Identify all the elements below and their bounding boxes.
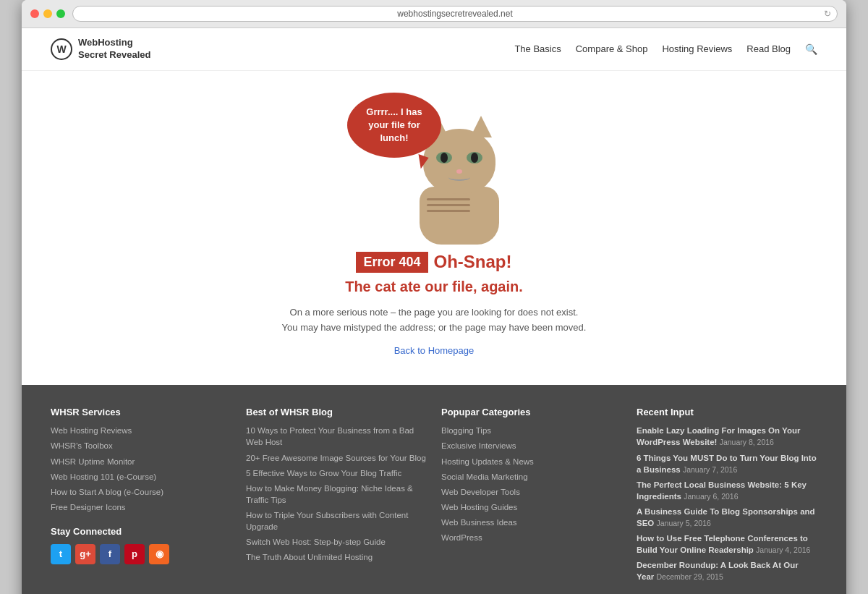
browser-chrome: webhostingsecretrevealed.net ↻ <box>22 0 846 28</box>
cat-container: Grrrr.... I has your file for lunch! <box>362 85 506 245</box>
facebook-icon[interactable]: f <box>100 544 120 564</box>
error-heading: Error 404 Oh-Snap! <box>356 252 511 273</box>
site-logo[interactable]: W WebHosting Secret Revealed <box>51 37 150 61</box>
logo-text: WebHosting Secret Revealed <box>78 37 150 61</box>
cat-eye-right <box>467 152 482 164</box>
cat-mouth <box>448 174 470 181</box>
cat-torso <box>420 187 499 245</box>
footer-col-best-blog: Best of WHSR Blog 10 Ways to Protect You… <box>246 407 427 586</box>
footer-link-uptime-monitor[interactable]: WHSR Uptime Monitor <box>51 456 231 467</box>
error-description: On a more serious note – the page you ar… <box>282 305 587 336</box>
site-nav: The Basics Compare & Shop Hosting Review… <box>514 43 817 55</box>
footer-col-title-categories: Popupar Categories <box>441 407 622 417</box>
nav-read-blog[interactable]: Read Blog <box>746 43 791 54</box>
nav-hosting-reviews[interactable]: Hosting Reviews <box>662 43 732 54</box>
page-content: W WebHosting Secret Revealed The Basics … <box>22 28 846 594</box>
recent-item[interactable]: 6 Things You MUST Do to Turn Your Blog I… <box>637 452 817 475</box>
recent-item[interactable]: A Business Guide To Blog Sponsorships an… <box>637 506 817 529</box>
footer-col-title-whsr: WHSR Services <box>51 407 231 417</box>
site-footer: WHSR Services Web Hosting Reviews WHSR's… <box>22 385 846 594</box>
recent-item[interactable]: Enable Lazy Loading For Images On Your W… <box>637 425 817 448</box>
cat-ear-right <box>470 116 492 137</box>
address-bar[interactable]: webhostingsecretrevealed.net ↻ <box>72 6 838 22</box>
stripe-2 <box>427 204 470 206</box>
recent-item[interactable]: December Roundup: A Look Back At Our Yea… <box>637 559 817 582</box>
footer-link-grow-traffic[interactable]: 5 Effective Ways to Grow Your Blog Traff… <box>246 467 427 479</box>
dot-yellow[interactable] <box>43 9 52 18</box>
cat-eye-left <box>436 152 452 164</box>
footer-link-business-ideas[interactable]: Web Business Ideas <box>441 517 622 528</box>
refresh-icon[interactable]: ↻ <box>824 9 831 19</box>
url-text: webhostingsecretrevealed.net <box>397 9 512 19</box>
dot-green[interactable] <box>56 9 65 18</box>
footer-link-image-sources[interactable]: 20+ Free Awesome Image Sources for Your … <box>246 452 427 464</box>
recent-item[interactable]: The Perfect Local Business Website: 5 Ke… <box>637 479 817 502</box>
site-header: W WebHosting Secret Revealed The Basics … <box>22 28 846 71</box>
footer-col-title-recent: Recent Input <box>637 407 817 417</box>
footer-link-wordpress[interactable]: WordPress <box>441 532 622 543</box>
back-to-homepage-link[interactable]: Back to Homepage <box>394 345 475 356</box>
footer-col-whsr-services: WHSR Services Web Hosting Reviews WHSR's… <box>51 407 231 586</box>
cat-pupil-right <box>471 153 478 163</box>
cat-pupil-left <box>441 153 448 163</box>
browser-dots <box>30 9 65 18</box>
rss-icon[interactable]: ◉ <box>149 544 169 564</box>
footer-link-web-hosting-101[interactable]: Web Hosting 101 (e-Course) <box>51 471 231 483</box>
footer-link-switch-host[interactable]: Switch Web Host: Step-by-step Guide <box>246 536 427 548</box>
nav-compare-shop[interactable]: Compare & Shop <box>576 43 648 54</box>
stay-connected-title: Stay Connected <box>51 526 231 537</box>
stripe-1 <box>427 198 470 200</box>
footer-link-start-blog[interactable]: How to Start A blog (e-Course) <box>51 486 231 498</box>
footer-link-blogging-tips[interactable]: Blogging Tips <box>441 425 622 436</box>
error-subtitle: The cat ate our file, again. <box>345 279 523 295</box>
nav-the-basics[interactable]: The Basics <box>514 43 561 54</box>
footer-link-social-media[interactable]: Social Media Marketing <box>441 471 622 483</box>
footer-link-hosting-updates[interactable]: Hosting Updates & News <box>441 456 622 467</box>
cat-stripes <box>427 198 470 216</box>
footer-col-recent: Recent Input Enable Lazy Loading For Ima… <box>637 407 817 586</box>
footer-col-title-best: Best of WHSR Blog <box>246 407 427 417</box>
stripe-3 <box>427 210 470 212</box>
google-icon[interactable]: g+ <box>75 544 95 564</box>
footer-col-categories: Popupar Categories Blogging Tips Exclusi… <box>441 407 622 586</box>
footer-link-triple-subscribers[interactable]: How to Triple Your Subscribers with Cont… <box>246 509 427 533</box>
dot-red[interactable] <box>30 9 39 18</box>
search-icon[interactable]: 🔍 <box>805 43 817 55</box>
footer-link-interviews[interactable]: Exclusive Interviews <box>441 440 622 451</box>
main-section: Grrrr.... I has your file for lunch! <box>22 71 846 386</box>
social-icons: t g+ f p ◉ <box>51 544 231 564</box>
pinterest-icon[interactable]: p <box>124 544 145 564</box>
footer-link-make-money[interactable]: How to Make Money Blogging: Niche Ideas … <box>246 483 427 506</box>
footer-link-unlimited-hosting[interactable]: The Truth About Unlimited Hosting <box>246 551 427 563</box>
error-404-badge: Error 404 <box>356 252 427 273</box>
footer-link-designer-icons[interactable]: Free Designer Icons <box>51 501 231 513</box>
logo-icon: W <box>51 38 72 60</box>
footer-columns: WHSR Services Web Hosting Reviews WHSR's… <box>51 407 817 586</box>
recent-items-container: Enable Lazy Loading For Images On Your W… <box>637 425 817 582</box>
footer-link-whsr-toolbox[interactable]: WHSR's Toolbox <box>51 440 231 451</box>
footer-link-dev-tools[interactable]: Web Developer Tools <box>441 486 622 498</box>
twitter-icon[interactable]: t <box>51 544 71 564</box>
speech-bubble: Grrrr.... I has your file for lunch! <box>347 93 441 158</box>
footer-link-web-hosting-reviews[interactable]: Web Hosting Reviews <box>51 425 231 436</box>
footer-link-protect-business[interactable]: 10 Ways to Protect Your Business from a … <box>246 425 427 448</box>
recent-item[interactable]: How to Use Free Telephone Conferences to… <box>637 533 817 556</box>
stay-connected: Stay Connected t g+ f p ◉ <box>51 526 231 564</box>
error-oh-snap: Oh-Snap! <box>434 252 512 272</box>
browser-window: webhostingsecretrevealed.net ↻ W WebHost… <box>22 0 846 594</box>
footer-link-hosting-guides[interactable]: Web Hosting Guides <box>441 501 622 513</box>
